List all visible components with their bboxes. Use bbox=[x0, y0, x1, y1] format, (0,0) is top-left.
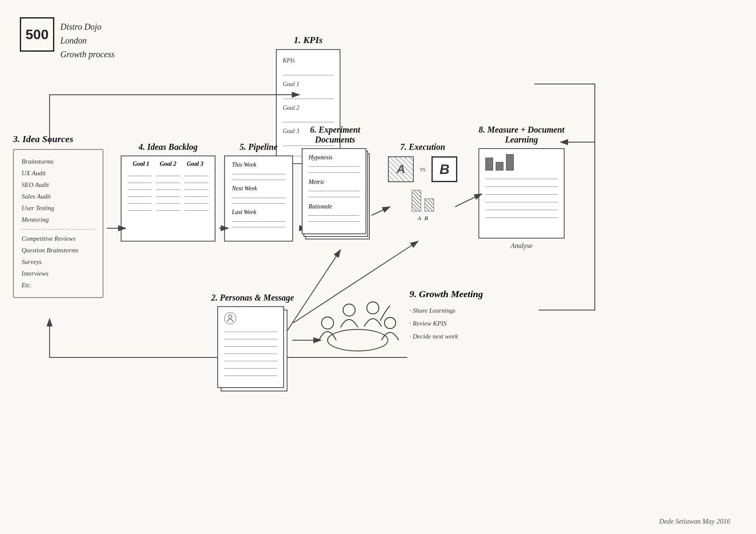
experiment-title: 6. Experiment Documents bbox=[310, 125, 360, 145]
backlog-header-goal3: Goal 3 bbox=[187, 161, 203, 168]
kpis-row-kpis: KPIs bbox=[283, 54, 334, 68]
logo-area: 500 Distro Dojo London Growth process bbox=[20, 17, 115, 61]
ideas-backlog-doc: Goal 1 Goal 2 Goal 3 bbox=[121, 155, 216, 242]
execution-title: 7. Execution bbox=[400, 142, 445, 152]
exec-bar-b bbox=[425, 199, 434, 211]
arrows-overlay bbox=[0, 0, 756, 534]
kpis-row-goal2: Goal 2 bbox=[283, 102, 334, 115]
idea-source-surveys: Surveys bbox=[22, 256, 95, 268]
personas-section: 2. Personas & Message bbox=[211, 293, 294, 401]
measure-chart bbox=[485, 153, 558, 171]
backlog-header-goal1: Goal 1 bbox=[133, 161, 150, 168]
pipeline-last-week: Last Week bbox=[232, 209, 285, 216]
svg-point-5 bbox=[384, 317, 396, 329]
experiment-doc-front: Hypotesis Metric Rationale bbox=[302, 148, 366, 234]
svg-point-0 bbox=[228, 315, 232, 318]
idea-source-brainstorms: Brainstorms bbox=[22, 156, 95, 168]
experiment-metric: Metric bbox=[309, 179, 359, 186]
ab-box-b: B bbox=[431, 156, 457, 182]
growth-meeting-people bbox=[310, 284, 405, 363]
measure-bar-2 bbox=[496, 162, 503, 171]
execution-section: 7. Execution A vs B A B bbox=[388, 142, 457, 222]
idea-source-seo-audit: SEO Audit bbox=[22, 179, 95, 191]
execution-ab-test: A vs B bbox=[388, 156, 457, 182]
pipeline-this-week: This Week bbox=[232, 161, 285, 168]
idea-sources-box: Brainstorms UX Audit SEO Audit Sales Aud… bbox=[13, 149, 103, 298]
experiment-doc-stack: Hypotesis Metric Rationale bbox=[302, 148, 369, 243]
idea-source-competitive: Competitive Reviews bbox=[22, 233, 95, 245]
growth-meeting-title: 9. Growth Meeting bbox=[409, 289, 483, 300]
idea-source-user-testing: User Testing bbox=[22, 202, 95, 214]
measure-analyse-label: Analyse bbox=[511, 242, 533, 250]
svg-point-1 bbox=[328, 329, 388, 351]
experiment-section: 6. Experiment Documents Hypotesis Metric… bbox=[302, 125, 369, 243]
persona-avatar bbox=[224, 312, 236, 324]
backlog-header-goal2: Goal 2 bbox=[160, 161, 177, 168]
ab-vs: vs bbox=[420, 165, 425, 173]
svg-point-3 bbox=[343, 304, 355, 316]
growth-meeting-section: 9. Growth Meeting · Share Learnings · Re… bbox=[409, 289, 483, 343]
personas-title: 2. Personas & Message bbox=[211, 293, 294, 303]
exec-bar-label-a: A bbox=[418, 215, 421, 222]
experiment-rationale: Rationale bbox=[309, 203, 359, 210]
experiment-hypotesis: Hypotesis bbox=[309, 154, 359, 161]
meeting-item-1: · Share Learnings bbox=[409, 304, 483, 317]
personas-doc-stack bbox=[217, 306, 288, 401]
idea-source-sales-audit: Sales Audit bbox=[22, 191, 95, 202]
kpis-row-goal1: Goal 1 bbox=[283, 78, 334, 91]
idea-source-etc: Etc. bbox=[22, 279, 95, 291]
idea-source-question: Question Brainstorms bbox=[22, 245, 95, 256]
measure-bar-1 bbox=[485, 158, 493, 171]
exec-bar-a bbox=[412, 190, 421, 211]
svg-point-2 bbox=[322, 317, 334, 329]
execution-bars bbox=[412, 190, 434, 211]
kpis-title: 1. KPIs bbox=[294, 34, 322, 46]
ab-box-a: A bbox=[388, 156, 414, 182]
meeting-item-3: · Decide next work bbox=[409, 330, 483, 343]
pipeline-next-week: Next Week bbox=[232, 185, 285, 192]
personas-doc-front bbox=[217, 306, 284, 388]
idea-source-ux-audit: UX Audit bbox=[22, 168, 95, 179]
measure-doc bbox=[478, 148, 565, 239]
measure-title: 8. Measure + Document Learning bbox=[478, 125, 564, 145]
idea-source-interviews: Interviews bbox=[22, 268, 95, 279]
logo-500: 500 bbox=[20, 17, 54, 52]
footer: Dede Setiawan May 2016 bbox=[659, 518, 730, 525]
exec-bar-label-b: B bbox=[425, 215, 428, 222]
pipeline-section: 5. Pipeline This Week Next Week Last Wee… bbox=[224, 142, 293, 242]
measure-bar-3 bbox=[506, 154, 514, 171]
idea-sources-title: 3. Idea Sources bbox=[13, 134, 103, 145]
idea-source-mentoring: Mentoring bbox=[22, 214, 95, 226]
ideas-backlog-title: 4. Ideas Backlog bbox=[138, 142, 197, 152]
pipeline-title: 5. Pipeline bbox=[240, 142, 278, 152]
backlog-header: Goal 1 Goal 2 Goal 3 bbox=[128, 161, 209, 168]
measure-section: 8. Measure + Document Learning Analyse bbox=[478, 125, 565, 250]
exec-bar-labels: A B bbox=[418, 213, 428, 222]
pipeline-doc: This Week Next Week Last Week bbox=[224, 155, 293, 242]
svg-point-4 bbox=[367, 302, 379, 314]
ideas-backlog-section: 4. Ideas Backlog Goal 1 Goal 2 Goal 3 bbox=[121, 142, 216, 242]
idea-sources-section: 3. Idea Sources Brainstorms UX Audit SEO… bbox=[13, 134, 103, 298]
logo-text: Distro Dojo London Growth process bbox=[60, 20, 115, 61]
growth-meeting-items: · Share Learnings · Review KPIS · Decide… bbox=[409, 304, 483, 343]
meeting-item-2: · Review KPIS bbox=[409, 317, 483, 330]
